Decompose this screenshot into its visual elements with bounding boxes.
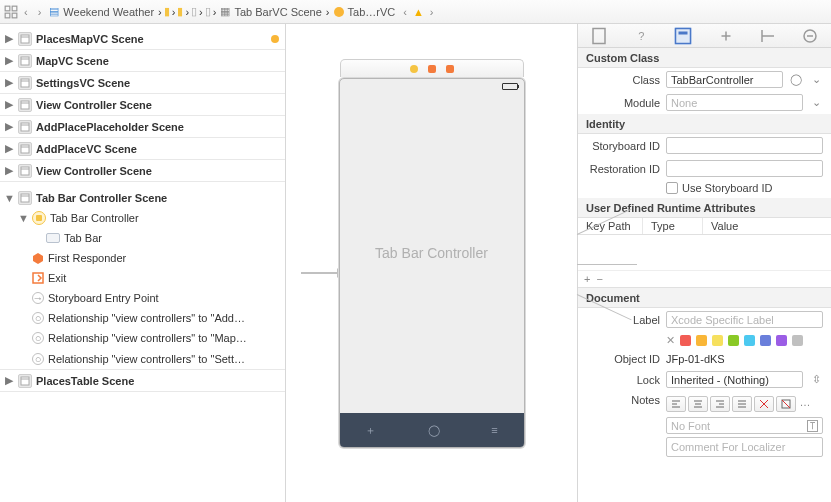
help-inspector-tab[interactable]: ? — [632, 27, 650, 45]
align-left-button[interactable] — [666, 396, 686, 412]
breadcrumb-separator: › — [158, 6, 162, 18]
exit-row[interactable]: Exit — [0, 268, 285, 288]
color-swatch[interactable] — [792, 335, 803, 346]
scene-row-expanded[interactable]: ▼Tab Bar Controller Scene — [0, 188, 285, 208]
stepper-icon[interactable]: ⇳ — [809, 373, 823, 386]
custom-class-header: Custom Class — [578, 48, 831, 68]
scene-row[interactable]: ▶SettingsVC Scene — [0, 72, 285, 94]
file-icon[interactable]: ▯ — [191, 5, 197, 18]
warning-icon[interactable]: ▲ — [413, 6, 424, 18]
lock-select[interactable]: Inherited - (Nothing) — [666, 371, 803, 388]
disclosure-triangle-icon[interactable]: ▼ — [18, 212, 28, 224]
scene-row[interactable]: ▶PlacesMapVC Scene — [0, 28, 285, 50]
nav-forward-button[interactable]: › — [34, 6, 46, 18]
color-swatch[interactable] — [680, 335, 691, 346]
scene-title-bar[interactable] — [340, 59, 524, 77]
disclosure-triangle-icon[interactable]: ▶ — [4, 76, 14, 89]
scene-row[interactable]: ▶AddPlacePlaceholder Scene — [0, 116, 285, 138]
align-justify-button[interactable] — [732, 396, 752, 412]
svg-rect-1 — [12, 6, 17, 11]
align-center-button[interactable] — [688, 396, 708, 412]
storyboard-id-input[interactable] — [666, 137, 823, 154]
checkbox-icon[interactable] — [666, 182, 678, 194]
use-storyboard-id-checkbox[interactable]: Use Storyboard ID — [578, 180, 831, 198]
controller-row[interactable]: ▼Tab Bar Controller — [0, 208, 285, 228]
align-right-button[interactable] — [710, 396, 730, 412]
segue-row[interactable]: ○Relationship "view controllers" to "Map… — [0, 328, 285, 348]
exit-icon — [32, 272, 44, 284]
runtime-attributes-table[interactable]: Key Path Type Value + − — [578, 218, 831, 288]
inspector-tabs: ? — [578, 24, 831, 48]
viewcontroller-preview[interactable]: Tab Bar Controller ＋ ◯ ≡ — [339, 78, 525, 448]
scene-row[interactable]: ▶View Controller Scene — [0, 94, 285, 116]
scene-row[interactable]: ▶View Controller Scene — [0, 160, 285, 182]
breadcrumb-bar: ‹ › ▤ Weekend Weather › ▮ › ▮ › ▯ › ▯ › … — [0, 0, 831, 24]
doc-label-input[interactable]: Xcode Specific Label — [666, 311, 823, 328]
document-outline[interactable]: ▶PlacesMapVC Scene ▶MapVC Scene ▶Setting… — [0, 24, 286, 502]
connections-inspector-tab[interactable] — [801, 27, 819, 45]
class-input[interactable]: TabBarController — [666, 71, 783, 88]
entry-point-row[interactable]: →Storyboard Entry Point — [0, 288, 285, 308]
storyboard-canvas[interactable]: Tab Bar Controller ＋ ◯ ≡ — [286, 24, 577, 502]
comment-input[interactable]: Comment For Localizer — [666, 437, 823, 457]
size-inspector-tab[interactable] — [759, 27, 777, 45]
segue-icon: ○ — [32, 312, 44, 324]
attributes-inspector-tab[interactable] — [717, 27, 735, 45]
color-swatch[interactable] — [744, 335, 755, 346]
more-icon[interactable]: … — [798, 396, 812, 412]
disclosure-triangle-icon[interactable]: ▶ — [4, 374, 14, 387]
color-swatch[interactable] — [776, 335, 787, 346]
tabbar-row[interactable]: Tab Bar — [0, 228, 285, 248]
storyboard-id-label: Storyboard ID — [586, 140, 660, 152]
folder-icon[interactable]: ▮ — [177, 5, 183, 18]
dropdown-icon[interactable]: ⌄ — [809, 96, 823, 109]
segue-row[interactable]: ○Relationship "view controllers" to "Set… — [0, 348, 285, 370]
identity-inspector-tab[interactable] — [674, 27, 692, 45]
breadcrumb-item[interactable]: ▤ Weekend Weather — [47, 5, 156, 18]
bg-color-button[interactable] — [776, 396, 796, 412]
entry-arrow-icon — [301, 272, 341, 274]
breadcrumb-item[interactable]: Tab…rVC — [332, 6, 398, 18]
battery-icon — [502, 83, 518, 90]
color-swatch[interactable] — [696, 335, 707, 346]
nav-fwd2-button[interactable]: › — [426, 6, 438, 18]
clear-color-icon[interactable]: ✕ — [666, 334, 675, 347]
scene-icon — [18, 98, 32, 112]
restoration-id-input[interactable] — [666, 160, 823, 177]
disclosure-triangle-icon[interactable]: ▶ — [4, 54, 14, 67]
folder-icon[interactable]: ▮ — [164, 5, 170, 18]
first-responder-icon — [428, 65, 436, 73]
font-input[interactable]: No Font🅃 — [666, 417, 823, 434]
disclosure-triangle-icon[interactable]: ▶ — [4, 120, 14, 133]
scene-icon — [18, 120, 32, 134]
dropdown-icon[interactable]: ⌄ — [809, 73, 823, 86]
file-inspector-tab[interactable] — [590, 27, 608, 45]
breadcrumb-item[interactable]: ▦ Tab BarVC Scene — [218, 5, 323, 18]
color-swatch[interactable] — [728, 335, 739, 346]
first-responder-row[interactable]: First Responder — [0, 248, 285, 268]
font-picker-icon[interactable]: 🅃 — [807, 420, 818, 432]
scene-row[interactable]: ▶AddPlaceVC Scene — [0, 138, 285, 160]
nav-back-button[interactable]: ‹ — [20, 6, 32, 18]
scene-row[interactable]: ▶MapVC Scene — [0, 50, 285, 72]
text-color-button[interactable] — [754, 396, 774, 412]
segue-row[interactable]: ○Relationship "view controllers" to "Add… — [0, 308, 285, 328]
scene-row[interactable]: ▶PlacesTable Scene — [0, 370, 285, 392]
related-items-icon[interactable] — [4, 5, 18, 19]
object-id-value: JFp-01-dKS — [666, 353, 725, 365]
disclosure-triangle-icon[interactable]: ▶ — [4, 142, 14, 155]
disclosure-triangle-icon[interactable]: ▶ — [4, 32, 14, 45]
canvas-body-label: Tab Bar Controller — [340, 93, 524, 413]
module-input[interactable]: None — [666, 94, 803, 111]
color-swatch[interactable] — [712, 335, 723, 346]
disclosure-triangle-icon[interactable]: ▶ — [4, 164, 14, 177]
disclosure-triangle-icon[interactable]: ▶ — [4, 98, 14, 111]
identity-header: Identity — [578, 114, 831, 134]
color-swatch[interactable] — [760, 335, 771, 346]
add-attr-button[interactable]: + — [584, 273, 590, 285]
nav-back2-button[interactable]: ‹ — [399, 6, 411, 18]
remove-attr-button[interactable]: − — [596, 273, 602, 285]
disclosure-triangle-icon[interactable]: ▼ — [4, 192, 14, 204]
file-icon[interactable]: ▯ — [205, 5, 211, 18]
class-clear-icon[interactable]: ◯ — [789, 73, 803, 86]
